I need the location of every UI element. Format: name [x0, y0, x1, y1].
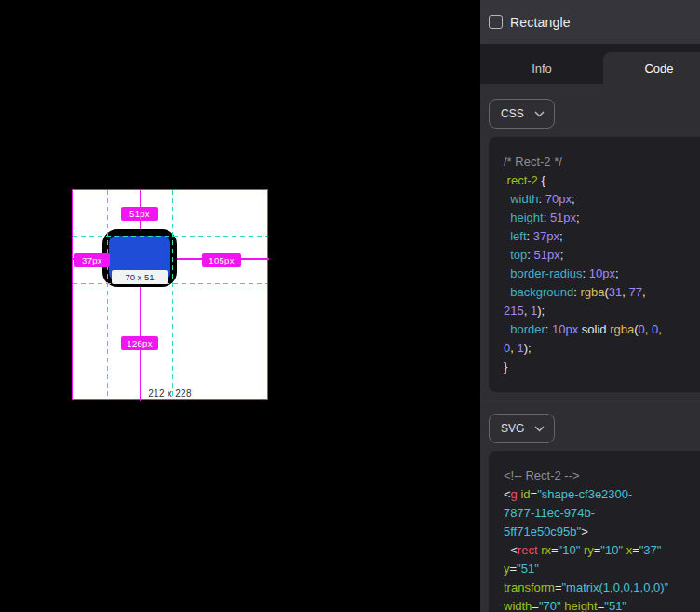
code-line: /* Rect-2 */: [504, 153, 700, 171]
measurement-badge-right: 105px: [202, 253, 241, 267]
tab-info[interactable]: Info: [480, 52, 603, 84]
artboard[interactable]: 51px 37px 105px 126px 70 x 51 212 x 228: [72, 189, 268, 400]
tab-code[interactable]: Code: [603, 52, 700, 84]
code-line: left: 37px;: [504, 227, 700, 246]
measurement-badge-top: 51px: [121, 207, 158, 221]
section-divider: [480, 401, 700, 401]
canvas-workspace[interactable]: 51px 37px 105px 126px 70 x 51 212 x 228: [0, 0, 480, 612]
code-line: height: 51px;: [504, 209, 700, 227]
bottom-bound-dashed-guide: [73, 283, 267, 284]
artboard-size-label: 212 x 228: [73, 388, 267, 399]
right-panel: Rectangle Info Code CSS /* Rect-2 */.rec…: [480, 0, 700, 612]
code-line: 0, 1);: [504, 339, 700, 358]
code-line: 215, 1);: [504, 302, 700, 320]
code-line: top: 51px;: [504, 246, 700, 265]
layer-title: Rectangle: [510, 15, 571, 30]
svg-select-value: SVG: [501, 422, 524, 435]
code-line: 5ff71e50c95b">: [504, 523, 700, 541]
measurement-badge-left: 37px: [74, 253, 110, 267]
code-line: border-radius: 10px;: [504, 265, 700, 283]
measurement-badge-bottom: 126px: [121, 336, 158, 350]
chevron-down-icon: [534, 426, 545, 432]
top-bound-dashed-guide: [73, 236, 267, 237]
code-line: .rect-2 {: [504, 171, 700, 190]
code-line: <g id="shape-cf3e2300-: [504, 485, 700, 504]
right-bound-dashed-guide: [172, 190, 173, 399]
svg-language-select[interactable]: SVG: [489, 414, 555, 443]
code-line: background: rgba(31, 77,: [504, 283, 700, 302]
code-line: width="70" height="51": [504, 597, 700, 612]
code-line: }: [504, 358, 700, 376]
tab-strip: Info Code: [480, 44, 700, 84]
chevron-down-icon: [534, 111, 545, 117]
code-line: y="51": [504, 560, 700, 578]
code-line: <!-- Rect-2 -->: [504, 467, 700, 485]
layer-checkbox[interactable]: [489, 15, 503, 29]
css-select-value: CSS: [501, 107, 524, 120]
css-code-block[interactable]: /* Rect-2 */.rect-2 { width: 70px; heigh…: [489, 137, 700, 392]
code-line: <rect rx="10" ry="10" x="37": [504, 541, 700, 560]
code-line: 7877-11ec-974b-: [504, 504, 700, 523]
code-line: transform="matrix(1,0,0,1,0,0)": [504, 578, 700, 597]
code-line: border: 10px solid rgba(0, 0,: [504, 320, 700, 339]
svg-code-block[interactable]: <!-- Rect-2 --><g id="shape-cf3e2300-787…: [489, 451, 700, 612]
vertical-center-guide: [140, 190, 141, 401]
left-bound-dashed-guide: [107, 190, 108, 399]
code-line: width: 70px;: [504, 190, 700, 209]
shape-size-badge: 70 x 51: [112, 270, 168, 284]
css-language-select[interactable]: CSS: [489, 99, 555, 129]
layer-header: Rectangle: [480, 0, 700, 44]
